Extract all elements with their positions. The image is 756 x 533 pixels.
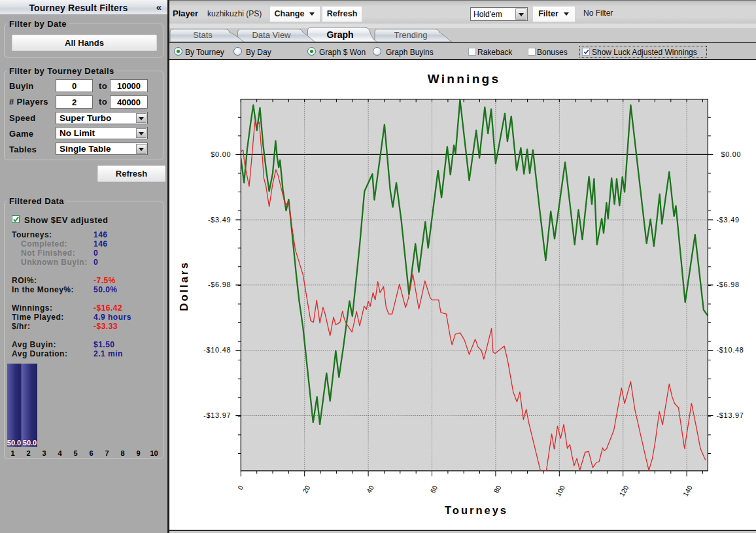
svg-text:$0.00: $0.00 bbox=[721, 150, 741, 158]
svg-text:-$3.49: -$3.49 bbox=[716, 216, 739, 224]
svg-text:Stats: Stats bbox=[193, 30, 213, 40]
svg-text:Tourneys: Tourneys bbox=[445, 504, 508, 516]
svg-text:$0.00: $0.00 bbox=[211, 150, 231, 158]
svg-text:-$13.97: -$13.97 bbox=[203, 411, 231, 419]
svg-text:-$13.97: -$13.97 bbox=[716, 411, 744, 419]
svg-text:Trending: Trending bbox=[394, 30, 428, 40]
svg-text:-$10.48: -$10.48 bbox=[203, 346, 231, 354]
svg-text:-$6.98: -$6.98 bbox=[208, 281, 231, 288]
svg-text:-$3.49: -$3.49 bbox=[208, 216, 231, 224]
svg-text:Winnings: Winnings bbox=[428, 72, 501, 86]
svg-text:Data View: Data View bbox=[252, 30, 291, 40]
svg-text:Dollars: Dollars bbox=[178, 261, 190, 311]
svg-text:Graph: Graph bbox=[326, 29, 353, 40]
svg-text:-$10.48: -$10.48 bbox=[716, 346, 744, 354]
svg-text:-$6.98: -$6.98 bbox=[716, 281, 739, 288]
